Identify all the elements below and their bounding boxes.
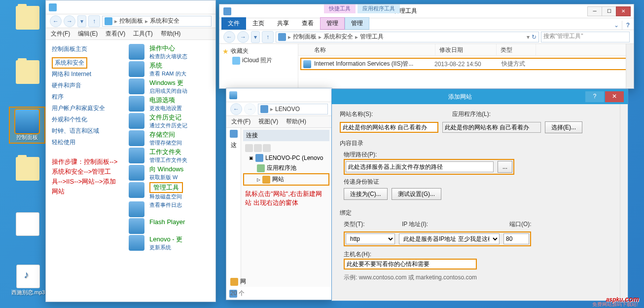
tree-node-apppools[interactable]: 应用程序池 [243, 163, 329, 173]
category-title[interactable]: 文件历史记 [149, 113, 187, 122]
help-button[interactable]: ? [585, 91, 604, 102]
site-name-input[interactable] [340, 122, 438, 133]
ip-select[interactable]: 此处是服务器IP地址 至少我是这样 [399, 233, 500, 244]
host-input[interactable] [344, 259, 477, 270]
tree-toolbar-icon[interactable] [254, 144, 262, 152]
scrollbar[interactable] [626, 44, 634, 88]
menu-edit[interactable]: 编辑(E) [78, 30, 98, 38]
category-desc[interactable]: 启用或关闭自动 [149, 87, 187, 95]
category-desc[interactable]: 释放磁盘空间 [149, 193, 183, 200]
dialog-titlebar[interactable]: 添加网站 ? ✕ [332, 89, 628, 104]
up-button[interactable]: ↑ [88, 15, 100, 27]
tree-toolbar-icon[interactable] [245, 144, 253, 152]
category-title[interactable]: 管理工具 [149, 182, 183, 193]
help-icon[interactable]: ? [622, 21, 634, 30]
ribbon-tab-share[interactable]: 共享 [271, 17, 295, 30]
sidebar-item-ease[interactable]: 轻松使用 [52, 137, 119, 148]
history-dropdown[interactable]: ▾ [251, 31, 260, 43]
category-item[interactable]: 操作中心检查防火墙状态 [129, 44, 212, 60]
file-item-iis[interactable]: Internet Information Services (IIS)管... … [300, 58, 632, 70]
address-bar[interactable]: ▸ LENOVO [258, 104, 328, 115]
sidebar-item-programs[interactable]: 程序 [52, 91, 119, 103]
window-titlebar[interactable]: 管理工具 ─ ☐ ✕ [219, 4, 634, 18]
menu-help[interactable]: 帮助(H) [286, 117, 306, 126]
port-input[interactable] [503, 233, 529, 244]
category-title[interactable]: 向 Windows [149, 165, 183, 174]
breadcrumb-item[interactable]: 管理工具 [360, 33, 384, 41]
menu-file[interactable]: 文件(F) [51, 30, 70, 38]
category-item[interactable]: 文件历史记通过文件历史记 [129, 113, 212, 129]
select-apppool-button[interactable]: 选择(E)... [545, 121, 582, 133]
column-type[interactable]: 类型 [497, 44, 536, 55]
breadcrumb-item[interactable]: 系统和安全 [323, 33, 353, 41]
forward-button[interactable]: → [237, 31, 249, 43]
close-button[interactable]: ✕ [616, 6, 631, 16]
ribbon-tab-file[interactable]: 文件 [221, 17, 246, 30]
close-button[interactable]: ✕ [605, 91, 624, 102]
menu-view[interactable]: 视图(V) [258, 117, 278, 126]
address-bar[interactable]: ▸ 控制面板 ▸ 系统和安全 ▸ 管理工具 ▾ ↻ [276, 32, 539, 42]
sidebar-item-appearance[interactable]: 外观和个性化 [52, 114, 119, 125]
tree-node-server[interactable]: ▣LENOVO-PC (Lenovo [243, 153, 329, 163]
sidebar-item-clock[interactable]: 时钟、语言和区域 [52, 125, 119, 137]
tree-node-sites[interactable]: ▷网站 [243, 173, 329, 186]
desktop-folder[interactable] [13, 6, 42, 31]
category-title[interactable]: Flash Player [149, 218, 185, 226]
sidebar-item-network[interactable]: 网络和 Internet [52, 69, 119, 80]
category-item[interactable]: 系统查看 RAM 的大 [129, 61, 212, 77]
category-desc[interactable]: 管理工作文件夹 [149, 156, 187, 164]
expand-ribbon-icon[interactable]: ⌄ [611, 21, 622, 30]
breadcrumb-item[interactable]: 控制面板 [293, 33, 317, 41]
category-item[interactable]: 管理工具释放磁盘空间 [129, 182, 212, 200]
menu-tools[interactable]: 工具(T) [133, 30, 152, 38]
type-select[interactable]: http [346, 233, 395, 244]
category-title[interactable]: 电源选项 [149, 96, 182, 105]
back-button[interactable]: ← [223, 31, 235, 43]
breadcrumb-item[interactable]: 系统和安全 [150, 17, 179, 25]
desktop-control-panel[interactable]: 控制面板 [9, 107, 45, 144]
scrollbar[interactable] [620, 104, 628, 301]
category-item[interactable]: 电源选项更改电池设置 [129, 96, 212, 112]
category-item[interactable]: Flash Player [129, 218, 212, 234]
category-desc[interactable]: 查看事件日志 [149, 201, 182, 209]
window-titlebar[interactable] [226, 88, 332, 102]
sidebar-item-system-security[interactable]: 系统和安全 [52, 57, 87, 69]
menu-view[interactable]: 查看(V) [106, 30, 125, 38]
window-titlebar[interactable] [46, 0, 215, 14]
category-item[interactable]: 查看事件日志 [129, 201, 212, 217]
category-title[interactable]: 系统 [149, 61, 186, 70]
category-title[interactable]: 工作文件夹 [149, 148, 187, 156]
category-item[interactable]: 向 Windows获取新版 W [129, 165, 212, 181]
tree-toolbar-icon[interactable] [263, 144, 271, 152]
desktop-folder[interactable] [13, 157, 42, 182]
category-desc[interactable]: 更改电池设置 [149, 105, 182, 112]
desktop-audio-file[interactable]: ♪ 西施别恋.mp3 [11, 265, 45, 296]
category-desc[interactable]: 查看 RAM 的大 [149, 70, 186, 77]
connect-as-button[interactable]: 连接为(C)... [344, 188, 388, 200]
ribbon-tab-manage2[interactable]: 管理 [345, 17, 369, 30]
history-dropdown[interactable]: ▾ [77, 15, 86, 27]
category-item[interactable]: 存储空间管理存储空间 [129, 130, 212, 147]
back-button[interactable]: ← [50, 15, 62, 27]
breadcrumb-item[interactable]: LENOVO [275, 106, 300, 113]
maximize-button[interactable]: ☐ [602, 6, 616, 16]
column-date[interactable]: 修改日期 [435, 44, 497, 55]
menu-file[interactable]: 文件(F) [231, 117, 250, 126]
ribbon-tab-manage1[interactable]: 管理 [320, 17, 345, 30]
desktop-file[interactable] [13, 212, 42, 237]
refresh-icon[interactable]: ↻ [532, 34, 537, 40]
category-item[interactable]: Windows 更启用或关闭自动 [129, 78, 212, 95]
category-item[interactable]: Lenovo - 更更新系统 [129, 235, 212, 251]
search-input[interactable]: 搜索"管理工具" [541, 32, 630, 42]
favorites-header[interactable]: ★收藏夹 [222, 47, 295, 55]
sidebar-item-accounts[interactable]: 用户帐户和家庭安全 [52, 103, 119, 114]
address-bar[interactable]: ▸ 控制面板 ▸ 系统和安全 [102, 16, 212, 27]
category-title[interactable]: Lenovo - 更 [149, 235, 182, 244]
category-desc[interactable]: 检查防火墙状态 [149, 53, 187, 60]
minimize-button[interactable]: ─ [587, 6, 602, 16]
favorites-item[interactable]: iCloud 照片 [222, 55, 295, 66]
physical-path-input[interactable] [346, 161, 494, 172]
test-settings-button[interactable]: 测试设置(G)... [392, 188, 441, 200]
desktop-folder[interactable] [13, 60, 42, 85]
browse-button[interactable]: ... [498, 161, 512, 173]
